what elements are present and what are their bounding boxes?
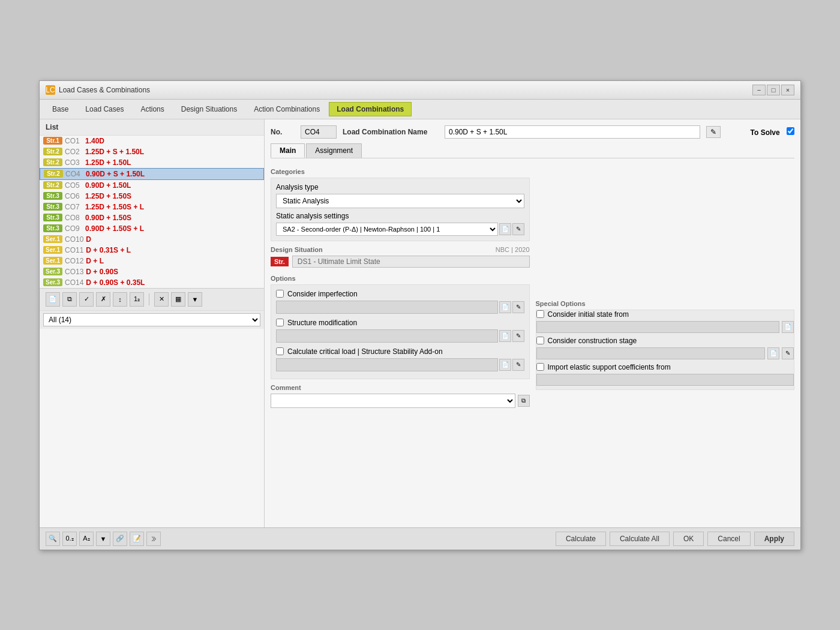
structure-mod-checkbox[interactable] [276,319,284,326]
tab-load-combinations[interactable]: Load Combinations [329,102,412,116]
static-settings-row: SA2 - Second-order (P-Δ) | Newton-Raphso… [276,223,524,236]
tab-base[interactable]: Base [44,102,76,116]
to-solve-section: To Solve [751,127,794,137]
critical-load-new-btn[interactable]: 📄 [499,359,511,371]
options-label: Options [271,275,530,282]
tab-action-combinations[interactable]: Action Combinations [246,102,328,116]
imperfection-edit-btn[interactable]: ✎ [512,301,524,313]
list-item[interactable]: Str.2 CO2 1.25D + S + 1.50L [40,146,264,157]
list-item[interactable]: Ser.3 CO14 D + 0.90S + 0.35L [40,277,264,288]
right-panel: No. Load Combination Name ✎ To Solve Mai… [265,119,800,527]
calculate-all-button[interactable]: Calculate All [610,532,670,546]
list-item[interactable]: Ser.3 CO13 D + 0.90S [40,266,264,277]
cancel-button[interactable]: Cancel [707,532,750,546]
tag-ser3: Ser.3 [43,268,62,275]
comment-copy-btn[interactable]: ⧉ [518,395,530,407]
script-button[interactable]: 📝 [130,532,144,546]
options-section: Consider imperfection 📄 ✎ Structure modi… [271,284,530,379]
edit-static-btn[interactable]: ✎ [512,223,524,235]
imperfection-checkbox[interactable] [276,290,284,298]
list-item[interactable]: Ser.1 CO11 D + 0.31S + L [40,245,264,256]
structure-mod-new-btn[interactable]: 📄 [499,330,511,342]
imperfection-new-btn[interactable]: 📄 [499,301,511,313]
item-formula: 0.90D + 1.50L [85,181,131,190]
calculate-button[interactable]: Calculate [556,532,606,546]
list-item[interactable]: Str.3 CO7 1.25D + 1.50S + L [40,202,264,212]
critical-load-edit-btn[interactable]: ✎ [512,359,524,371]
renumber-button[interactable]: 1₂ [130,292,144,307]
comment-select[interactable] [271,394,515,408]
initial-state-checkbox[interactable] [536,310,544,318]
ok-button[interactable]: OK [673,532,704,546]
filter-tool-button[interactable]: ▼ [96,532,110,546]
close-button[interactable]: × [781,85,794,95]
name-input[interactable] [445,125,700,139]
tab-main[interactable]: Main [271,143,305,158]
categories-section: Analysis type Static Analysis Dynamic An… [271,178,530,241]
item-id: CO9 [65,224,83,233]
static-settings-select[interactable]: SA2 - Second-order (P-Δ) | Newton-Raphso… [276,223,498,236]
delete-button[interactable]: ✕ [154,292,169,307]
critical-load-checkbox[interactable] [276,347,284,355]
construction-stage-btn2[interactable]: ✎ [782,347,794,359]
tab-load-cases[interactable]: Load Cases [77,102,131,116]
no-input[interactable] [301,125,337,139]
construction-stage-checkbox[interactable] [536,337,544,344]
elastic-support-group: Import elastic support coefficients from [536,363,794,386]
imperfection-row: Consider imperfection [276,290,524,298]
tag-str3: Str.3 [43,214,62,221]
tab-design-situations[interactable]: Design Situations [173,102,245,116]
uncheck-button[interactable]: ✗ [96,292,110,307]
list-item[interactable]: Str.3 CO9 0.90D + 1.50S + L [40,223,264,234]
list-item[interactable]: Ser.1 CO12 D + L [40,256,264,266]
code-button[interactable]: ⨠ [146,532,161,546]
list-item[interactable]: Str.3 CO6 1.25D + 1.50S [40,191,264,202]
list-item[interactable]: Str.1 CO1 1.40D [40,136,264,146]
sort-button[interactable]: ↕ [113,292,127,307]
new-static-btn[interactable]: 📄 [499,223,511,235]
item-formula: 1.25D + S + 1.50L [85,148,144,156]
elastic-support-checkbox[interactable] [536,363,544,371]
filter-select[interactable]: All (14) [43,313,260,326]
check-button[interactable]: ✓ [79,292,94,307]
analysis-type-select[interactable]: Static Analysis Dynamic Analysis [276,194,524,208]
initial-state-input-row: 📄 [536,321,794,333]
expand-button[interactable]: ▼ [188,292,202,307]
initial-state-row: Consider initial state from [536,310,794,319]
layout-button[interactable]: A₂ [79,532,94,546]
new-item-button[interactable]: 📄 [46,292,60,307]
design-situation-label: Design Situation [271,246,323,253]
apply-button[interactable]: Apply [754,532,794,546]
initial-state-btn[interactable]: 📄 [782,321,794,333]
restore-button[interactable]: □ [767,85,780,95]
structure-mod-edit-btn[interactable]: ✎ [512,330,524,342]
structure-mod-label: Structure modification [287,319,357,327]
comment-label: Comment [271,384,530,391]
edit-name-button[interactable]: ✎ [706,126,721,138]
search-tool-button[interactable]: 🔍 [46,532,60,546]
list-header: List [40,119,264,136]
minimize-button[interactable]: − [752,85,766,95]
numpad-button[interactable]: 0.₂ [62,532,77,546]
list-item[interactable]: Str.3 CO8 0.90D + 1.50S [40,212,264,223]
tag-str2: Str.2 [43,181,62,189]
link-button[interactable]: 🔗 [113,532,127,546]
window-title: Load Cases & Combinations [59,86,150,94]
list-item[interactable]: Str.2 CO5 0.90D + 1.50L [40,180,264,191]
elastic-support-row: Import elastic support coefficients from [536,363,794,371]
list-item-selected[interactable]: Str.2 CO4 0.90D + S + 1.50L [40,168,264,180]
tab-assignment[interactable]: Assignment [306,143,362,158]
view-button[interactable]: ▦ [171,292,185,307]
list-toolbar: 📄 ⧉ ✓ ✗ ↕ 1₂ ✕ ▦ ▼ [40,288,264,310]
duplicate-button[interactable]: ⧉ [62,292,77,307]
special-options-label: Special Options [536,300,795,307]
tab-actions[interactable]: Actions [133,102,172,116]
construction-stage-btn1[interactable]: 📄 [767,347,779,359]
right-top-empty [536,163,795,295]
list-item[interactable]: Ser.1 CO10 D [40,234,264,245]
initial-state-input [536,321,780,333]
menu-bar: Base Load Cases Actions Design Situation… [40,100,800,119]
to-solve-checkbox[interactable] [787,127,794,135]
initial-state-label: Consider initial state from [548,310,629,319]
list-item[interactable]: Str.2 CO3 1.25D + 1.50L [40,157,264,168]
